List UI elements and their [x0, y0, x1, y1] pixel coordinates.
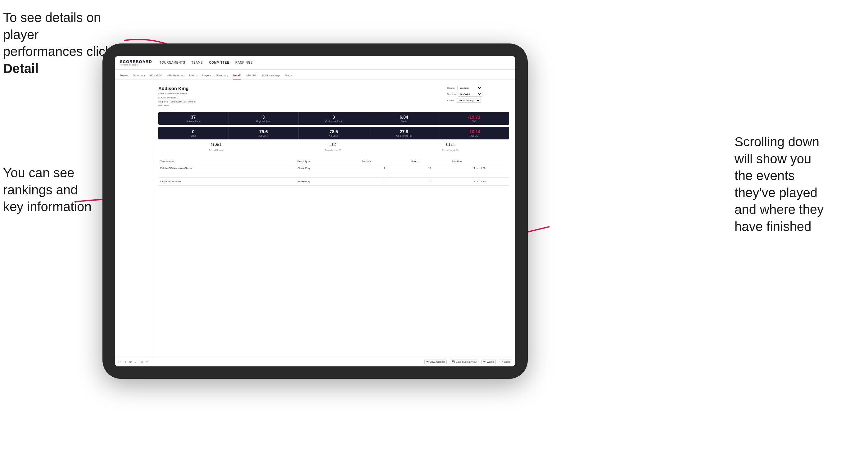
nav-tournaments[interactable]: TOURNAMENTS — [160, 61, 185, 64]
player-filters: Gender Women Division NJCAA I — [447, 86, 509, 108]
annotation-text-2: You can see — [3, 165, 74, 180]
layout-icon[interactable]: ⊞ — [140, 360, 143, 364]
record-item: 5-11-1Record vs top 50 — [442, 143, 459, 152]
stat-value: 3 — [230, 115, 297, 120]
table-cell-rounds: 2 — [360, 178, 409, 186]
save-custom-btn[interactable]: 💾 Save Custom View — [450, 360, 478, 364]
annotation-text-4: key information — [3, 199, 92, 214]
stat-label: Wins — [160, 135, 227, 137]
record-label: Record vs top 50 — [442, 149, 459, 151]
player-info: Addison King Mesa Community College NJCA… — [158, 86, 195, 108]
brand-name: SCOREBOARD — [120, 60, 152, 64]
player-select[interactable]: Addison King — [456, 98, 481, 103]
player-division: NJCAA Division 1 — [158, 96, 195, 100]
annotation-text-6: will show you — [735, 152, 811, 166]
division-label: Division — [447, 93, 456, 96]
annotation-text-10: have finished — [735, 219, 811, 234]
tournament-table: TournamentEvent TypeRoundsScorePosition … — [158, 159, 509, 186]
tab-h2h-grid[interactable]: H2H Grid — [150, 74, 162, 80]
gender-select[interactable]: Women — [457, 86, 482, 90]
stat-cell: 6.04Points — [369, 112, 439, 125]
tab-detail[interactable]: Detail — [233, 74, 241, 80]
stat-value: -10.14 — [440, 129, 508, 134]
stat-label: Adj Score — [300, 135, 367, 137]
tab-matrix2[interactable]: Matrix — [285, 74, 293, 80]
tab-matrix[interactable]: Matrix — [189, 74, 197, 80]
stats-row1: 37National Rank3Regional Rank3Conference… — [158, 112, 509, 125]
tab-summary[interactable]: Summary — [133, 74, 145, 80]
table-cell-tournament — [158, 172, 296, 178]
stat-cell: 3Conference Rank — [299, 112, 369, 125]
powered-by: Powered by clippd — [120, 64, 152, 66]
table-cell-position: 7 out of 20 — [450, 178, 509, 186]
table-header: Rounds — [360, 159, 409, 164]
table-row: Estella CC- Mountain ClassicStroke Play2… — [158, 164, 509, 172]
annotation-bottom-left: You can see rankings and key information — [3, 164, 115, 216]
record-value: 5-11-1 — [442, 143, 459, 147]
annotation-bold: Detail — [3, 61, 38, 76]
clock-icon[interactable]: ⏱ — [146, 360, 149, 364]
nav-committee[interactable]: COMMITTEE — [209, 61, 229, 64]
division-filter-row: Division NJCAA I — [447, 92, 509, 97]
stat-label: Avg Score to Par — [370, 135, 438, 137]
table-cell-position: 4 out of 20 — [450, 164, 509, 172]
player-region: Region 1 - Southwest (18) District — [158, 100, 195, 104]
tab-players[interactable]: Players — [202, 74, 211, 80]
stat-cell: 79.6Avg Score — [228, 127, 299, 139]
navbar-brand: SCOREBOARD Powered by clippd — [120, 60, 152, 66]
back-icon[interactable]: ◁ — [135, 360, 137, 364]
tab-teams[interactable]: Teams — [120, 74, 128, 80]
watch-label: Watch — [487, 361, 494, 363]
table-cell-position — [450, 172, 509, 178]
stat-label: Points — [370, 120, 438, 122]
player-year: First Year — [158, 104, 195, 108]
record-value: 1-5-0 — [324, 143, 341, 147]
annotation-right: Scrolling down will show you the events … — [735, 133, 865, 236]
sidebar-left — [115, 80, 152, 357]
table-cell-event_type: Stroke Play — [296, 164, 360, 172]
player-college: Mesa Community College — [158, 92, 195, 96]
stat-label: National Rank — [160, 120, 227, 122]
stat-value: 27.8 — [370, 129, 438, 134]
tab-h2h-grid2[interactable]: H2H Grid — [246, 74, 257, 80]
undo-icon[interactable]: ↩ — [118, 360, 120, 364]
stat-value: -19.71 — [440, 115, 508, 120]
record-label: Record vs top 25 — [324, 149, 341, 151]
table-cell-event_type — [296, 172, 360, 178]
table-header: Position — [450, 159, 509, 164]
sub-tabs: Teams Summary H2H Grid H2H Heatmap Matri… — [115, 69, 515, 80]
tab-summary2[interactable]: Summary — [216, 74, 228, 80]
annotation-text-5: Scrolling down — [735, 134, 819, 149]
record-item: 91-20-1Overall Record — [209, 143, 223, 152]
share-icon: ↗ — [501, 361, 503, 363]
nav-rankings[interactable]: RANKINGS — [235, 61, 253, 64]
tab-h2h-heatmap2[interactable]: H2H Heatmap — [262, 74, 280, 80]
record-value: 91-20-1 — [209, 143, 223, 147]
stat-cell: -19.71SoS — [439, 112, 509, 125]
view-original-btn[interactable]: 👁 View: Original — [424, 360, 447, 364]
table-cell-rounds — [360, 172, 409, 178]
watch-btn[interactable]: 👁 Watch — [482, 360, 495, 364]
refresh-icon[interactable]: ⟳ — [129, 360, 132, 364]
stat-cell: -10.14Avg SG — [439, 127, 509, 139]
share-btn[interactable]: ↗ Share — [499, 360, 512, 364]
nav-items: TOURNAMENTS TEAMS COMMITTEE RANKINGS — [160, 61, 253, 64]
table-header: Event Type — [296, 159, 360, 164]
stat-value: 78.5 — [300, 129, 367, 134]
player-header: Addison King Mesa Community College NJCA… — [158, 86, 509, 108]
division-select[interactable]: NJCAA I — [458, 92, 483, 97]
player-name: Addison King — [158, 86, 195, 91]
table-row — [158, 172, 509, 178]
bottom-toolbar: ↩ ↪ ⟳ ◁ ⊞ ⏱ 👁 View: Original 💾 Save Cust… — [115, 357, 515, 366]
table-cell-score: 16 — [409, 178, 450, 186]
stat-cell: 0Wins — [158, 127, 228, 139]
tab-h2h-heatmap[interactable]: H2H Heatmap — [167, 74, 184, 80]
content-area: Addison King Mesa Community College NJCA… — [115, 80, 515, 357]
tablet: SCOREBOARD Powered by clippd TOURNAMENTS… — [102, 43, 528, 379]
stat-label: Regional Rank — [230, 120, 297, 122]
nav-teams[interactable]: TEAMS — [191, 61, 203, 64]
redo-icon[interactable]: ↪ — [124, 360, 126, 364]
main-content: Addison King Mesa Community College NJCA… — [152, 80, 515, 357]
record-item: 1-5-0Record vs top 25 — [324, 143, 341, 152]
stat-cell: 78.5Adj Score — [299, 127, 369, 139]
